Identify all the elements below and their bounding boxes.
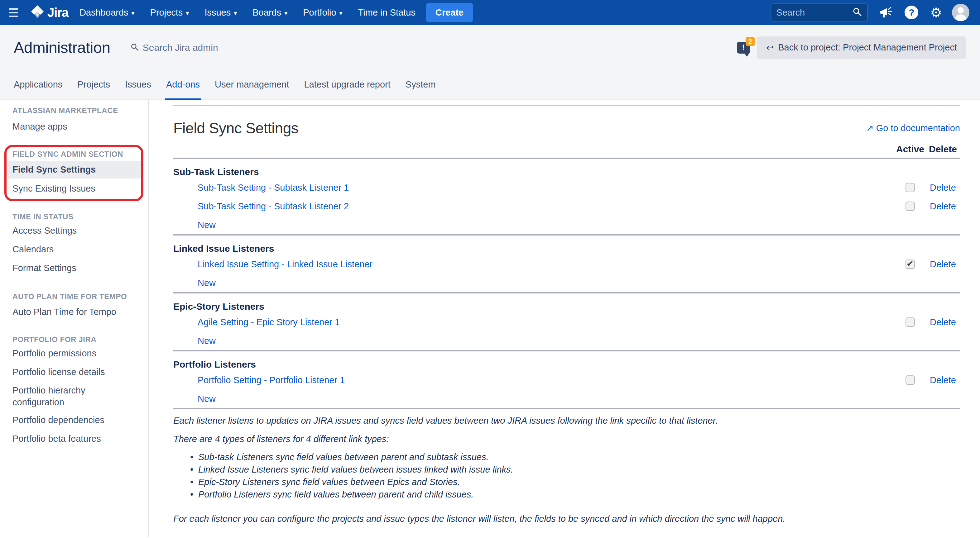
sidebar-header-auto-plan-time-for-tempo: AUTO PLAN TIME FOR TEMPO bbox=[0, 292, 148, 301]
section-heading: Sub-Task Listeners bbox=[173, 166, 960, 178]
navbar-search-input[interactable] bbox=[776, 8, 852, 18]
linked-issue-listeners-section: Linked Issue Listeners Linked Issue Sett… bbox=[173, 234, 960, 292]
new-listener-link[interactable]: New bbox=[197, 336, 216, 346]
back-to-project-button[interactable]: ↩ Back to project: Project Management Pr… bbox=[757, 37, 966, 59]
epic-story-listeners-section: Epic-Story Listeners Agile Setting - Epi… bbox=[173, 292, 960, 350]
nav-projects[interactable]: Projects▾ bbox=[150, 8, 189, 18]
tab-user-management[interactable]: User management bbox=[214, 70, 290, 99]
return-arrow-icon: ↩ bbox=[766, 42, 774, 53]
delete-link[interactable]: Delete bbox=[930, 259, 956, 270]
chevron-down-icon: ▾ bbox=[339, 10, 342, 17]
new-listener-link[interactable]: New bbox=[197, 220, 216, 230]
portfolio-listeners-section: Portfolio Listeners Portfolio Setting - … bbox=[173, 350, 960, 408]
delete-link[interactable]: Delete bbox=[930, 375, 956, 386]
listeners-table: Sub-Task Listeners Sub-Task Setting - Su… bbox=[173, 158, 960, 409]
table-column-headers: Active Delete bbox=[173, 141, 960, 158]
sidebar-item-access-settings[interactable]: Access Settings bbox=[0, 222, 148, 240]
nav-portfolio[interactable]: Portfolio▾ bbox=[303, 8, 342, 18]
listener-row: Sub-Task Setting - Subtask Listener 1 De… bbox=[173, 178, 960, 197]
sidebar-item-field-sync-settings[interactable]: Field Sync Settings bbox=[8, 161, 142, 178]
description-paragraph: For each listener you can configure the … bbox=[173, 512, 960, 525]
jira-logo-icon bbox=[30, 5, 44, 20]
sidebar-item-portfolio-dependencies[interactable]: Portfolio dependencies bbox=[0, 411, 148, 430]
hamburger-menu-icon[interactable] bbox=[9, 6, 22, 19]
speech-bubble-tail bbox=[744, 52, 750, 57]
tab-applications[interactable]: Applications bbox=[13, 70, 63, 99]
admin-header-band: Administration ! 2 ↩ Back to project: Pr… bbox=[0, 25, 980, 100]
sidebar-item-calendars[interactable]: Calendars bbox=[0, 240, 148, 259]
admin-tabs: Applications Projects Issues Add-ons Use… bbox=[0, 70, 980, 99]
description-paragraph: Each listener listens to updates on JIRA… bbox=[173, 414, 960, 427]
listener-link[interactable]: Portfolio Setting - Portfolio Listener 1 bbox=[197, 375, 345, 386]
sidebar-header-time-in-status: TIME IN STATUS bbox=[0, 212, 148, 222]
content-top-rule bbox=[173, 105, 960, 106]
sidebar-item-manage-apps[interactable]: Manage apps bbox=[0, 117, 148, 136]
section-heading: Linked Issue Listeners bbox=[173, 242, 960, 255]
column-header-active: Active bbox=[895, 144, 926, 154]
search-icon bbox=[852, 7, 862, 18]
description-text: Each listener listens to updates on JIRA… bbox=[173, 414, 960, 525]
go-to-documentation-link[interactable]: ↗ Go to documentation bbox=[866, 123, 960, 133]
help-icon[interactable]: ? bbox=[905, 6, 918, 19]
list-item: Linked Issue Listeners sync field values… bbox=[198, 463, 960, 476]
list-item: Portfolio Listeners sync field values be… bbox=[198, 488, 960, 501]
notifications-icon[interactable]: ! 2 bbox=[737, 39, 754, 56]
page-title: Administration bbox=[14, 39, 110, 57]
tab-system[interactable]: System bbox=[405, 70, 437, 99]
notification-badge: 2 bbox=[746, 37, 755, 46]
section-heading: Portfolio Listeners bbox=[173, 358, 960, 371]
sidebar-item-portfolio-hierarchy-configuration[interactable]: Portfolio hierarchy configuration bbox=[0, 382, 148, 411]
listener-types-list: Sub-task Listeners sync field values bet… bbox=[173, 451, 960, 501]
active-checkbox[interactable] bbox=[905, 375, 915, 385]
tab-latest-upgrade-report[interactable]: Latest upgrade report bbox=[303, 70, 391, 99]
sidebar-header-portfolio-for-jira: PORTFOLIO FOR JIRA bbox=[0, 335, 148, 344]
listener-row: Sub-Task Setting - Subtask Listener 2 De… bbox=[173, 197, 960, 216]
user-avatar[interactable] bbox=[952, 4, 969, 21]
active-checkbox[interactable] bbox=[905, 260, 915, 269]
navbar-search[interactable] bbox=[770, 3, 868, 22]
new-listener-link[interactable]: New bbox=[197, 278, 216, 288]
jira-logo[interactable]: Jira bbox=[30, 5, 68, 20]
admin-search[interactable] bbox=[130, 42, 236, 53]
listener-link[interactable]: Agile Setting - Epic Story Listener 1 bbox=[197, 317, 340, 327]
sidebar-item-portfolio-beta-features[interactable]: Portfolio beta features bbox=[0, 430, 148, 448]
sub-task-listeners-section: Sub-Task Listeners Sub-Task Setting - Su… bbox=[173, 158, 960, 234]
create-button[interactable]: Create bbox=[426, 3, 473, 22]
tab-projects[interactable]: Projects bbox=[76, 70, 111, 99]
nav-boards[interactable]: Boards▾ bbox=[253, 8, 287, 18]
description-paragraph: There are 4 types of listeners for 4 dif… bbox=[173, 432, 960, 446]
nav-issues[interactable]: Issues▾ bbox=[204, 8, 237, 18]
tab-add-ons[interactable]: Add-ons bbox=[165, 70, 201, 99]
main-content: Field Sync Settings ↗ Go to documentatio… bbox=[149, 100, 980, 537]
section-title: Field Sync Settings bbox=[173, 120, 298, 137]
search-icon bbox=[130, 43, 139, 52]
gear-icon[interactable]: ⚙ bbox=[930, 5, 942, 20]
sidebar-item-sync-existing-issues[interactable]: Sync Existing Issues bbox=[0, 179, 148, 198]
listener-link[interactable]: Sub-Task Setting - Subtask Listener 1 bbox=[197, 183, 349, 193]
nav-dashboards[interactable]: Dashboards▾ bbox=[80, 8, 134, 18]
listener-row: Linked Issue Setting - Linked Issue List… bbox=[173, 255, 960, 273]
active-checkbox[interactable] bbox=[905, 202, 915, 211]
delete-link[interactable]: Delete bbox=[930, 201, 956, 211]
sidebar-item-format-settings[interactable]: Format Settings bbox=[0, 259, 148, 278]
nav-time-in-status[interactable]: Time in Status bbox=[358, 8, 415, 18]
new-listener-link[interactable]: New bbox=[197, 394, 216, 404]
jira-logo-text: Jira bbox=[48, 6, 68, 20]
listener-link[interactable]: Linked Issue Setting - Linked Issue List… bbox=[197, 259, 372, 270]
delete-link[interactable]: Delete bbox=[930, 183, 956, 193]
section-heading: Epic-Story Listeners bbox=[173, 300, 960, 313]
tab-issues[interactable]: Issues bbox=[124, 70, 152, 99]
active-checkbox[interactable] bbox=[905, 317, 915, 327]
list-item: Sub-task Listeners sync field values bet… bbox=[198, 451, 960, 463]
sidebar-item-portfolio-permissions[interactable]: Portfolio permissions bbox=[0, 344, 148, 363]
admin-search-input[interactable] bbox=[143, 42, 236, 53]
new-row: New bbox=[173, 273, 960, 292]
active-checkbox[interactable] bbox=[905, 183, 915, 192]
delete-link[interactable]: Delete bbox=[930, 317, 956, 327]
new-row: New bbox=[173, 389, 960, 408]
sidebar-item-portfolio-license-details[interactable]: Portfolio license details bbox=[0, 363, 148, 382]
sidebar-header-atlassian-marketplace: ATLASSIAN MARKETPLACE bbox=[0, 106, 148, 115]
announcements-icon[interactable] bbox=[880, 6, 893, 19]
sidebar-item-auto-plan-time-for-tempo[interactable]: Auto Plan Time for Tempo bbox=[0, 303, 148, 322]
listener-link[interactable]: Sub-Task Setting - Subtask Listener 2 bbox=[197, 201, 349, 211]
